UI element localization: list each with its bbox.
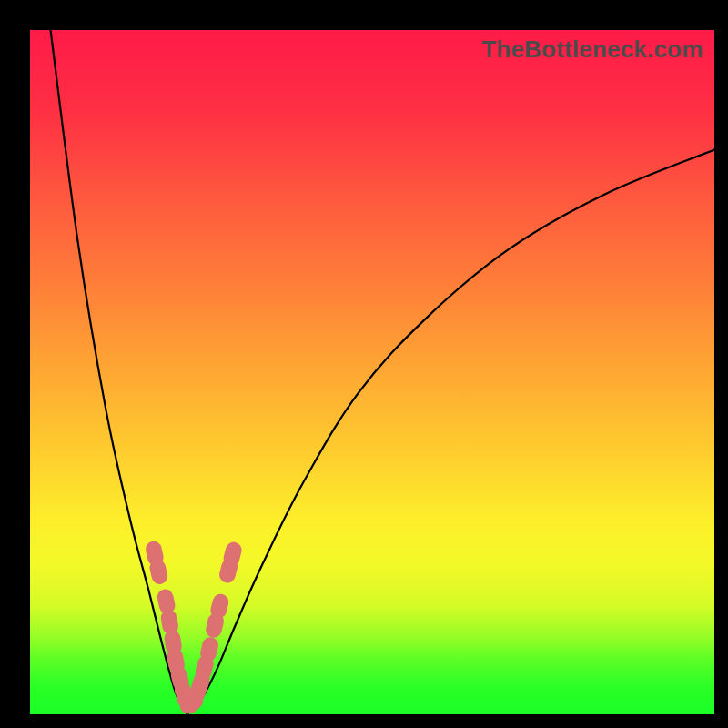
data-marker (213, 596, 227, 615)
data-marker (152, 562, 165, 581)
curve-layer (30, 30, 714, 714)
plot-area: TheBottleneck.com (30, 30, 714, 714)
marker-group (148, 544, 239, 713)
outer-frame: TheBottleneck.com (0, 0, 728, 728)
data-marker (226, 544, 239, 563)
data-marker (208, 616, 221, 635)
data-marker (203, 640, 216, 659)
data-marker (160, 592, 173, 611)
data-marker (164, 612, 176, 632)
curve-right-branch (187, 150, 714, 714)
